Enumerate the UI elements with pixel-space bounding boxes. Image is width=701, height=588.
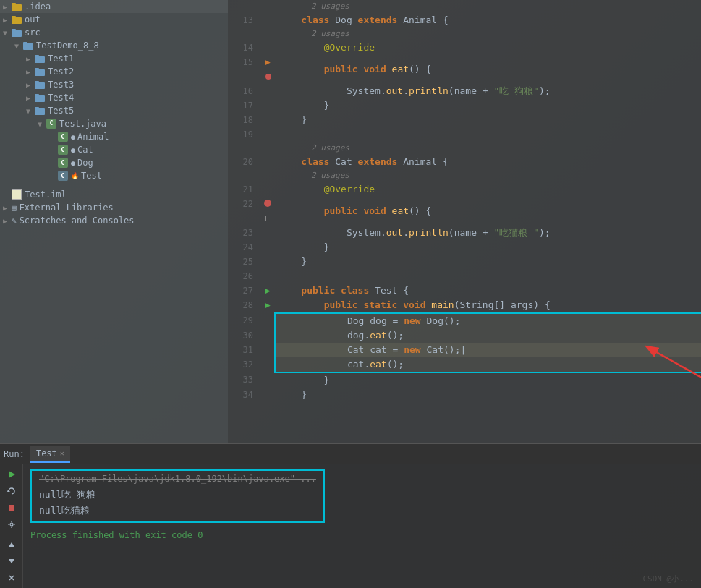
line-code[interactable]: class Dog extends Animal { (275, 13, 701, 27)
code-line-22: 22 public void eat() { (228, 197, 701, 226)
line-code[interactable]: public void eat() { (275, 197, 701, 226)
svg-rect-13 (35, 81, 39, 84)
sidebar-item-label: out (25, 14, 41, 25)
line-code[interactable]: class Cat extends Animal { (275, 155, 701, 169)
sidebar-item-animal[interactable]: C ● Animal (0, 130, 228, 143)
code-table: 2 usages 13 class Dog extends Animal { 2… (228, 0, 701, 402)
code-line-31: 31 Cat cat = new Cat();| (228, 343, 701, 357)
code-line-33: 33 } (228, 372, 701, 388)
arrow-icon (3, 16, 12, 24)
sidebar-item-label: Scratches and Consoles (20, 216, 135, 226)
sidebar-item-label: .idea (25, 1, 51, 12)
run-stop-button[interactable] (4, 501, 20, 515)
line-code[interactable]: public class Test { (275, 284, 701, 298)
marker-cell: ▶ (260, 284, 275, 298)
sidebar-item-testdemo[interactable]: TestDemo_8_8 (0, 39, 228, 52)
sidebar-item-dog[interactable]: C ● Dog (0, 156, 228, 169)
line-code[interactable]: @Override (275, 41, 701, 55)
scroll-down-button[interactable] (4, 554, 20, 568)
svg-rect-11 (35, 68, 39, 71)
sidebar-item-external-libraries[interactable]: ▤ External Libraries (0, 201, 228, 214)
run-rerun-button[interactable] (4, 484, 20, 498)
line-number: 13 (228, 13, 260, 27)
marker-cell (260, 27, 275, 41)
sidebar-item-test4[interactable]: Test4 (0, 91, 228, 104)
process-finished-line: Process finished with exit code 0 (30, 530, 694, 540)
line-code-highlighted[interactable]: dog.eat(); (275, 328, 701, 343)
sidebar-item-test-class[interactable]: C 🔥 Test (0, 169, 228, 182)
line-code[interactable]: } (275, 388, 701, 402)
line-number: 30 (228, 328, 260, 343)
code-line-13: 13 class Dog extends Animal { (228, 13, 701, 27)
play-icon: ▶ (265, 299, 271, 310)
sidebar-item-label: Dog (77, 158, 93, 168)
run-settings-button[interactable] (4, 518, 20, 532)
sidebar-item-test2[interactable]: Test2 (0, 65, 228, 78)
line-number: 15 (228, 55, 260, 84)
line-code[interactable]: } (275, 98, 701, 113)
marker-cell (260, 372, 275, 388)
line-code[interactable]: public static void main(String[] args) { (275, 298, 701, 313)
class-icon: C (58, 171, 68, 181)
arrow-icon (26, 68, 35, 76)
usage-hint: 2 usages (275, 142, 701, 155)
sidebar-item-testiml[interactable]: Test.iml (0, 188, 228, 201)
sidebar-item-idea[interactable]: .idea (0, 0, 228, 13)
sidebar-item-scratches[interactable]: ✎ Scratches and Consoles (0, 214, 228, 227)
sidebar-item-testjava[interactable]: C Test.java (0, 117, 228, 130)
clear-button[interactable] (4, 571, 20, 585)
sidebar-item-label: src (25, 27, 41, 38)
line-number: 23 (228, 226, 260, 240)
line-code[interactable]: public void eat() { (275, 55, 701, 84)
line-number: 22 (228, 197, 260, 226)
line-code-highlighted[interactable]: Cat cat = new Cat();| (275, 343, 701, 357)
line-number: 26 (228, 269, 260, 284)
line-code[interactable]: } (275, 372, 701, 388)
marker-cell (260, 328, 275, 343)
marker-cell: ▶ (260, 298, 275, 313)
arrow-icon (3, 29, 12, 37)
sidebar-item-test5[interactable]: Test5 (0, 104, 228, 117)
sidebar-item-src[interactable]: src (0, 26, 228, 39)
line-code[interactable]: System.out.println(name + "吃猫粮 "); (275, 226, 701, 240)
line-code[interactable]: System.out.println(name + "吃 狗粮"); (275, 84, 701, 98)
svg-rect-3 (12, 16, 16, 19)
code-line-20: 20 class Cat extends Animal { (228, 155, 701, 169)
line-code[interactable]: @Override (275, 182, 701, 197)
run-label: Run: (4, 449, 25, 459)
marker-cell (260, 226, 275, 240)
line-code-highlighted[interactable]: cat.eat(); (275, 357, 701, 372)
scroll-up-button[interactable] (4, 537, 20, 551)
marker-cell (260, 169, 275, 182)
line-number: 18 (228, 113, 260, 127)
line-code[interactable]: } (275, 255, 701, 269)
arrow-icon (38, 120, 46, 128)
code-line-32: 32 cat.eat(); (228, 357, 701, 372)
sidebar-item-label: Test1 (48, 54, 74, 64)
run-play-button[interactable] (4, 467, 20, 481)
sidebar-item-label: Cat (77, 145, 93, 155)
sidebar-item-test3[interactable]: Test3 (0, 78, 228, 91)
line-code[interactable] (275, 269, 701, 284)
close-icon[interactable]: ✕ (60, 449, 64, 457)
line-number: 17 (228, 98, 260, 113)
sidebar-item-label: Test.java (59, 119, 106, 129)
code-line-30: 30 dog.eat(); (228, 328, 701, 343)
sidebar-item-test1[interactable]: Test1 (0, 52, 228, 65)
arrow-icon (3, 217, 12, 225)
line-code[interactable]: } (275, 240, 701, 255)
line-number (228, 0, 260, 13)
line-code[interactable]: } (275, 113, 701, 127)
line-code-highlighted[interactable]: Dog dog = new Dog(); (275, 313, 701, 328)
code-line-29: 29 Dog dog = new Dog(); (228, 313, 701, 328)
run-tab-test[interactable]: Test ✕ (30, 446, 70, 463)
run-panel: Run: Test ✕ (0, 443, 701, 588)
code-line-19: 19 (228, 127, 701, 142)
output-line-1: null吃 狗粮 (39, 487, 316, 503)
code-editor[interactable]: 2 usages 13 class Dog extends Animal { 2… (228, 0, 701, 443)
line-code[interactable] (275, 127, 701, 142)
arrow-icon (26, 55, 35, 63)
sidebar-item-cat[interactable]: C ● Cat (0, 143, 228, 156)
sidebar-item-out[interactable]: out (0, 13, 228, 26)
marker-cell (260, 113, 275, 127)
